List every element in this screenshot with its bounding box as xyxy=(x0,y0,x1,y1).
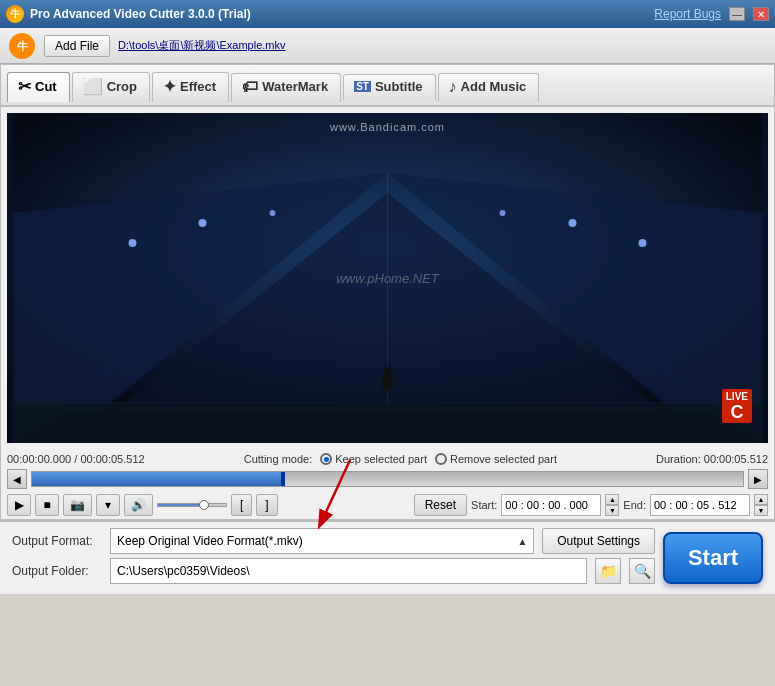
playback-controls: ▶ ■ 📷 ▾ 🔊 [ ] Reset Start: 00 : 00 : 00 … xyxy=(7,491,768,519)
play-button[interactable]: ▶ xyxy=(7,494,31,516)
end-time-input[interactable]: 00 : 00 : 05 . 512 xyxy=(650,494,750,516)
end-label: End: xyxy=(623,499,646,511)
start-spin-up[interactable]: ▲ xyxy=(605,494,619,505)
svg-point-10 xyxy=(270,210,276,216)
tab-crop[interactable]: ⬜ Crop xyxy=(72,72,150,102)
end-time-group: End: 00 : 00 : 05 . 512 ▲ ▼ xyxy=(623,494,768,516)
tab-watermark[interactable]: 🏷 WaterMark xyxy=(231,73,341,102)
cutting-mode-group: Cutting mode: Keep selected part Remove … xyxy=(244,453,557,465)
current-time-display: 00:00:00.000 / 00:00:05.512 xyxy=(7,453,145,465)
remove-selected-radio[interactable] xyxy=(435,453,447,465)
effect-icon: ✦ xyxy=(163,77,176,96)
cutting-mode-label: Cutting mode: xyxy=(244,453,312,465)
app-icon-text: 牛 xyxy=(10,7,20,21)
tab-effect[interactable]: ✦ Effect xyxy=(152,72,229,102)
app-icon: 牛 xyxy=(6,5,24,23)
time-info-row: 00:00:00.000 / 00:00:05.512 Cutting mode… xyxy=(7,449,768,467)
addmusic-icon: ♪ xyxy=(449,78,457,96)
crop-icon: ⬜ xyxy=(83,77,103,96)
tab-watermark-label: WaterMark xyxy=(262,79,328,94)
svg-point-11 xyxy=(500,210,506,216)
addfile-bar: 牛 Add File D:\tools\桌面\新视频\Example.mkv xyxy=(0,28,775,64)
video-preview: www.Bandicam.com www.pHome.NET LIVE C xyxy=(7,113,768,443)
timeline-left-arrow[interactable]: ◀ xyxy=(7,469,27,489)
live-badge: LIVE C xyxy=(722,389,752,423)
svg-rect-17 xyxy=(13,403,763,443)
folder-browse-button[interactable]: 📁 xyxy=(595,558,621,584)
start-time-group: Start: 00 : 00 : 00 . 000 ▲ ▼ xyxy=(471,494,619,516)
start-time-spin: ▲ ▼ xyxy=(605,494,619,516)
bottom-content: Output Format: Keep Original Video Forma… xyxy=(12,528,763,588)
end-spin-down[interactable]: ▼ xyxy=(754,505,768,516)
red-arrow-annotation xyxy=(310,455,370,538)
main-container: ✂ Cut ⬜ Crop ✦ Effect 🏷 WaterMark ST Sub… xyxy=(0,64,775,520)
duration-value: 00:00:05.512 xyxy=(704,453,768,465)
titlebar-right: Report Bugs — ✕ xyxy=(654,7,769,21)
dropdown-arrow-icon: ▲ xyxy=(517,536,527,547)
window-title: Pro Advanced Video Cutter 3.0.0 (Trial) xyxy=(30,7,251,21)
format-value: Keep Original Video Format(*.mkv) xyxy=(117,534,303,548)
folder-label: Output Folder: xyxy=(12,564,102,578)
end-spin-up[interactable]: ▲ xyxy=(754,494,768,505)
reset-button[interactable]: Reset xyxy=(414,494,467,516)
close-button[interactable]: ✕ xyxy=(753,7,769,21)
tab-addmusic-label: Add Music xyxy=(461,79,527,94)
tab-cut[interactable]: ✂ Cut xyxy=(7,72,70,102)
watermark-top: www.Bandicam.com xyxy=(330,121,445,133)
minimize-button[interactable]: — xyxy=(729,7,745,21)
bottom-section: Output Format: Keep Original Video Forma… xyxy=(0,520,775,594)
volume-slider[interactable] xyxy=(157,503,227,507)
titlebar-left: 牛 Pro Advanced Video Cutter 3.0.0 (Trial… xyxy=(6,5,251,23)
svg-point-16 xyxy=(384,367,392,375)
remove-selected-option[interactable]: Remove selected part xyxy=(435,453,557,465)
svg-line-20 xyxy=(320,460,350,525)
start-spin-down[interactable]: ▼ xyxy=(605,505,619,516)
folder-input[interactable]: C:\Users\pc0359\Videos\ xyxy=(110,558,587,584)
volume-fill xyxy=(158,504,199,506)
volume-thumb[interactable] xyxy=(199,500,209,510)
duration-display: Duration: 00:00:05.512 xyxy=(656,453,768,465)
snapshot-button[interactable]: 📷 xyxy=(63,494,92,516)
folder-row: Output Folder: C:\Users\pc0359\Videos\ 📁… xyxy=(12,558,655,584)
remove-selected-label: Remove selected part xyxy=(450,453,557,465)
cut-icon: ✂ xyxy=(18,77,31,96)
svg-point-15 xyxy=(382,375,394,391)
watermark-icon: 🏷 xyxy=(242,78,258,96)
svg-point-8 xyxy=(129,239,137,247)
timeline-right-arrow[interactable]: ▶ xyxy=(748,469,768,489)
timeline-fill xyxy=(32,472,281,486)
tab-cut-label: Cut xyxy=(35,79,57,94)
tab-subtitle-label: Subtitle xyxy=(375,79,423,94)
add-file-button[interactable]: Add File xyxy=(44,35,110,57)
live-text: LIVE xyxy=(726,391,748,402)
start-time-input[interactable]: 00 : 00 : 00 . 000 xyxy=(501,494,601,516)
titlebar: 牛 Pro Advanced Video Cutter 3.0.0 (Trial… xyxy=(0,0,775,28)
output-settings-button[interactable]: Output Settings xyxy=(542,528,655,554)
tab-effect-label: Effect xyxy=(180,79,216,94)
subtitle-icon: ST xyxy=(354,81,371,92)
mark-in-button[interactable]: [ xyxy=(231,494,252,516)
end-time-spin: ▲ ▼ xyxy=(754,494,768,516)
live-c: C xyxy=(726,403,748,421)
tab-subtitle[interactable]: ST Subtitle xyxy=(343,74,435,100)
mark-out-button[interactable]: ] xyxy=(256,494,277,516)
start-button[interactable]: Start xyxy=(663,532,763,584)
folder-search-button[interactable]: 🔍 xyxy=(629,558,655,584)
tab-crop-label: Crop xyxy=(107,79,137,94)
timeline-slider[interactable] xyxy=(31,471,744,487)
svg-point-13 xyxy=(639,239,647,247)
timeline-thumb[interactable] xyxy=(281,472,285,486)
format-label: Output Format: xyxy=(12,534,102,548)
controls-area: 00:00:00.000 / 00:00:05.512 Cutting mode… xyxy=(1,449,774,519)
report-bugs-link[interactable]: Report Bugs xyxy=(654,7,721,21)
duration-label: Duration: xyxy=(656,453,701,465)
file-path: D:\tools\桌面\新视频\Example.mkv xyxy=(118,38,285,53)
timeline-row: ◀ ▶ xyxy=(7,469,768,489)
watermark-center: www.pHome.NET xyxy=(336,271,439,286)
snapshot-dropdown[interactable]: ▾ xyxy=(96,494,120,516)
stop-button[interactable]: ■ xyxy=(35,494,59,516)
tab-addmusic[interactable]: ♪ Add Music xyxy=(438,73,540,102)
toolbar: ✂ Cut ⬜ Crop ✦ Effect 🏷 WaterMark ST Sub… xyxy=(1,65,774,107)
svg-point-9 xyxy=(199,219,207,227)
mute-button[interactable]: 🔊 xyxy=(124,494,153,516)
